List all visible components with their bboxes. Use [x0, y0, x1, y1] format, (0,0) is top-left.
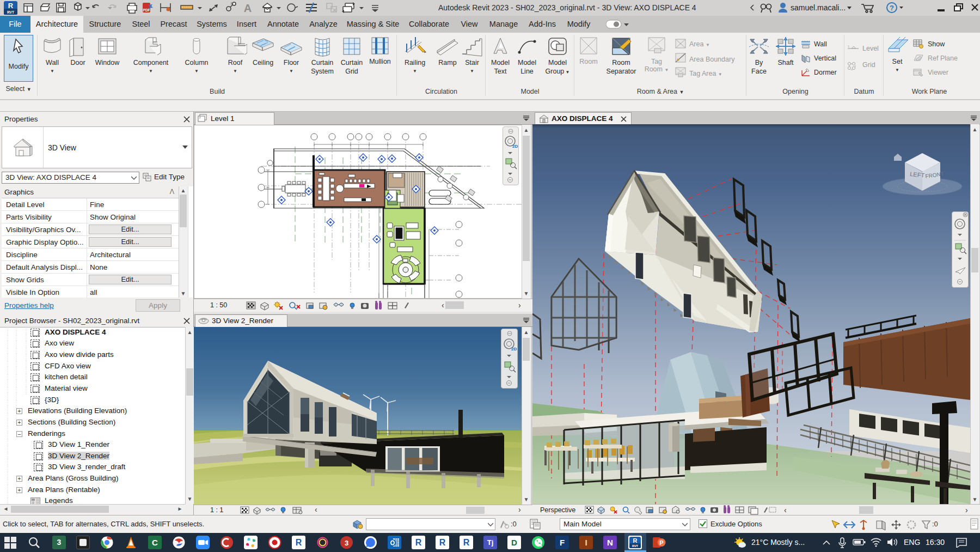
svg-text:P: P [659, 539, 663, 546]
svg-text:A: A [244, 2, 252, 14]
svg-text:2D: 2D [511, 347, 517, 351]
svg-text:1: 1 [848, 45, 850, 48]
svg-text:samuel.macali...: samuel.macali... [791, 3, 846, 12]
svg-text:R: R [8, 2, 14, 10]
svg-text:RVT: RVT [7, 10, 14, 14]
svg-text:R: R [633, 537, 638, 544]
svg-text:PDF: PDF [143, 8, 150, 12]
svg-text:RVT: RVT [632, 544, 639, 548]
svg-text:?: ? [890, 4, 894, 12]
svg-text:3: 3 [345, 539, 348, 547]
